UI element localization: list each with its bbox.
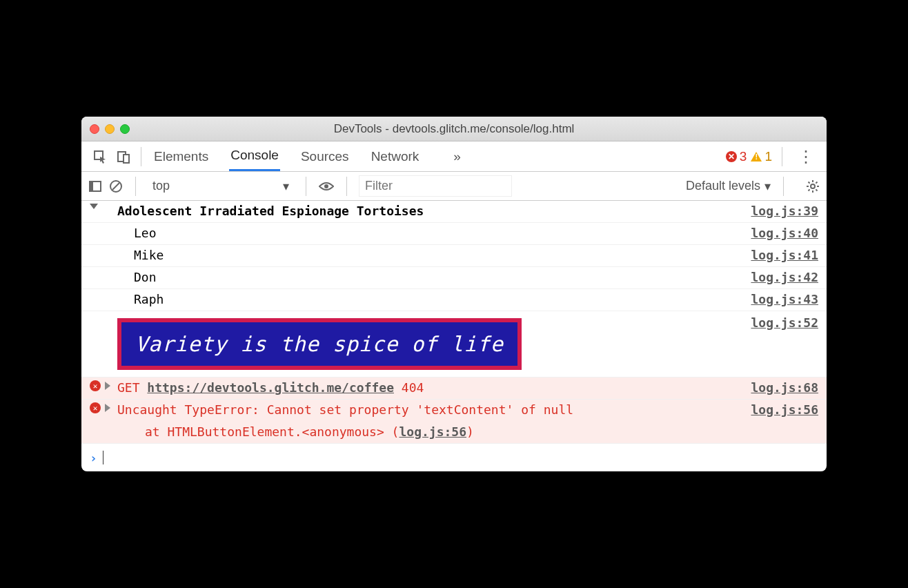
console-stack-line: at HTMLButtonElement.<anonymous> (log.js…: [81, 422, 827, 444]
error-icon: ✕: [726, 151, 737, 162]
source-link[interactable]: log.js:68: [751, 380, 818, 395]
sidebar-toggle-icon[interactable]: [88, 179, 102, 193]
error-count: 3: [740, 149, 747, 164]
svg-line-6: [112, 183, 119, 190]
inspect-icon[interactable]: [88, 150, 112, 164]
console-toolbar: top ▾ Default levels ▾: [81, 172, 827, 201]
console-network-error: ✕ GET https://devtools.glitch.me/coffee …: [81, 378, 827, 400]
error-icon: ✕: [90, 380, 101, 391]
svg-line-13: [809, 182, 810, 183]
filter-input[interactable]: [359, 176, 511, 196]
svg-line-14: [816, 189, 817, 190]
expand-icon[interactable]: [105, 404, 110, 412]
context-value: top: [152, 179, 170, 193]
svg-rect-2: [124, 155, 129, 163]
settings-menu-icon[interactable]: ⋮: [792, 147, 820, 166]
tab-sources[interactable]: Sources: [299, 143, 351, 170]
stack-source-link[interactable]: log.js:56: [399, 424, 466, 439]
disclosure-triangle-icon[interactable]: [90, 204, 98, 209]
svg-point-7: [324, 184, 328, 188]
console-log-entry: Leo log.js:40: [81, 223, 827, 245]
log-levels-selector[interactable]: Default levels ▾: [686, 179, 771, 194]
panel-tabs: Elements Console Sources Network »: [152, 141, 461, 171]
source-link[interactable]: log.js:42: [751, 270, 818, 284]
log-text: Raph: [134, 292, 751, 306]
tab-elements[interactable]: Elements: [152, 143, 210, 170]
live-expression-icon[interactable]: [319, 181, 334, 192]
log-text: Leo: [134, 226, 751, 240]
console-log-entry: Don log.js:42: [81, 267, 827, 289]
source-link[interactable]: log.js:40: [751, 226, 818, 240]
http-status: 404: [402, 380, 424, 395]
gear-icon[interactable]: [806, 179, 820, 193]
chevron-down-icon: ▾: [283, 179, 289, 194]
console-group-header[interactable]: Adolescent Irradiated Espionage Tortoise…: [81, 201, 827, 223]
svg-rect-4: [90, 182, 93, 191]
styled-log-text: Variety is the spice of life: [117, 318, 522, 370]
main-tabbar: Elements Console Sources Network » ✕ 3 1…: [81, 141, 827, 172]
expand-icon[interactable]: [105, 382, 110, 390]
console-output: Adolescent Irradiated Espionage Tortoise…: [81, 201, 827, 471]
log-text: Mike: [134, 248, 751, 262]
console-log-entry: Raph log.js:43: [81, 289, 827, 311]
separator: [782, 147, 782, 166]
source-link[interactable]: log.js:43: [751, 292, 818, 306]
separator: [141, 147, 141, 166]
console-prompt[interactable]: ›: [81, 444, 827, 471]
console-log-entry: Mike log.js:41: [81, 245, 827, 267]
text-cursor: [103, 451, 103, 464]
clear-console-icon[interactable]: [109, 179, 123, 193]
stack-suffix: ): [466, 424, 474, 439]
separator: [346, 177, 347, 196]
source-link[interactable]: log.js:39: [751, 204, 818, 218]
chevron-down-icon: ▾: [764, 179, 771, 194]
error-icon: ✕: [90, 402, 101, 413]
context-selector[interactable]: top ▾: [148, 177, 293, 195]
source-link[interactable]: log.js:56: [751, 402, 818, 417]
separator: [135, 177, 136, 196]
svg-line-15: [809, 189, 810, 190]
window-title: DevTools - devtools.glitch.me/console/lo…: [81, 122, 827, 136]
device-toggle-icon[interactable]: [112, 150, 135, 164]
error-message: Uncaught TypeError: Cannot set property …: [117, 402, 751, 417]
http-method: GET: [117, 380, 140, 395]
titlebar: DevTools - devtools.glitch.me/console/lo…: [81, 117, 827, 141]
group-title: Adolescent Irradiated Espionage Tortoise…: [117, 204, 751, 218]
warning-count-badge[interactable]: 1: [751, 149, 772, 164]
error-count-badge[interactable]: ✕ 3: [726, 149, 747, 164]
more-tabs-icon[interactable]: »: [453, 149, 461, 164]
request-url[interactable]: https://devtools.glitch.me/coffee: [147, 380, 394, 395]
tab-console[interactable]: Console: [229, 141, 280, 171]
console-js-error: ✕ Uncaught TypeError: Cannot set propert…: [81, 400, 827, 422]
svg-line-16: [816, 182, 817, 183]
separator: [306, 177, 306, 196]
source-link[interactable]: log.js:52: [751, 315, 818, 330]
tab-network[interactable]: Network: [370, 143, 421, 170]
prompt-caret-icon: ›: [90, 451, 97, 465]
levels-label: Default levels: [686, 179, 760, 193]
console-styled-entry: Variety is the spice of life log.js:52: [81, 311, 827, 378]
tabbar-status: ✕ 3 1 ⋮: [726, 147, 820, 166]
separator: [783, 177, 784, 196]
source-link[interactable]: log.js:41: [751, 248, 818, 262]
devtools-window: DevTools - devtools.glitch.me/console/lo…: [81, 117, 827, 471]
warning-icon: [751, 152, 762, 161]
svg-point-8: [811, 184, 815, 188]
warning-count: 1: [764, 149, 772, 164]
log-text: Don: [134, 270, 751, 284]
stack-prefix: at HTMLButtonElement.<anonymous> (: [145, 424, 399, 439]
